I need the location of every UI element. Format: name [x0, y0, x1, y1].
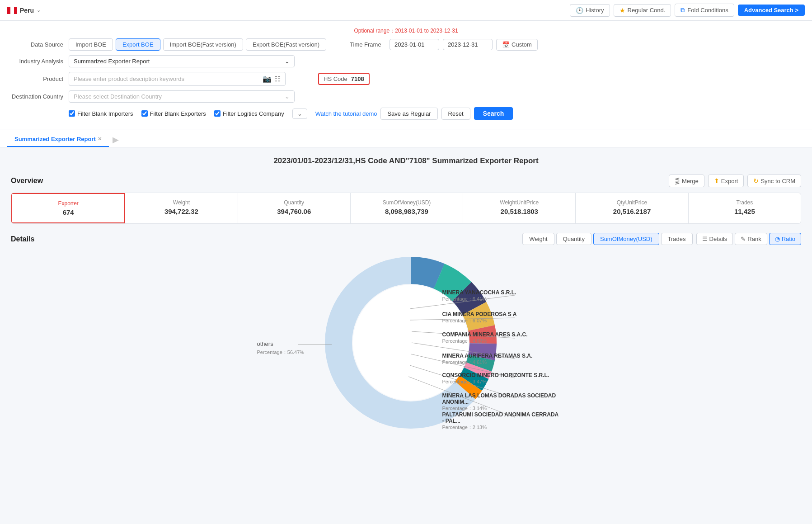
tabs-bar: Summarized Exporter Report ✕ ▶: [0, 129, 812, 147]
legend-label-4: MINERA AURIFERA RETAMAS S.A.: [442, 353, 560, 359]
rank-view-button[interactable]: ✎ Rank: [735, 233, 767, 245]
stat-sumofmoney-value: 8,098,983,739: [356, 208, 457, 215]
legend-label-6: MINERA LAS LOMAS DORADAS SOCIEDAD ANONIM…: [442, 392, 560, 405]
search-button[interactable]: Search: [474, 107, 513, 120]
hscode-label: HS Code: [324, 76, 347, 82]
filter-expand-button[interactable]: ⌄: [292, 109, 307, 119]
tab-quantity[interactable]: Quantity: [556, 233, 591, 245]
export-icon: ⬆: [714, 177, 719, 184]
rank-icon: ✎: [741, 236, 746, 242]
top-bar: Peru ⌄ 🕑 History ★ Regular Cond. ⧉ Fold …: [0, 0, 812, 21]
report-title: 2023/01/01-2023/12/31,HS Code AND"7108" …: [11, 156, 801, 165]
legend-pct-6: Percentage：3.14%: [442, 405, 560, 412]
legend-pct-1: Percentage：6.41%: [442, 296, 560, 302]
tab-summarized-exporter-report[interactable]: Summarized Exporter Report ✕: [7, 132, 109, 147]
svg-rect-1: [10, 7, 14, 14]
details-title: Details: [11, 235, 34, 243]
date-end-input[interactable]: [443, 39, 493, 50]
ds-import-boe-fast[interactable]: Import BOE(Fast version): [163, 38, 243, 51]
filter-logistics[interactable]: Filter Logitics Company: [214, 110, 284, 117]
top-bar-actions: 🕑 History ★ Regular Cond. ⧉ Fold Conditi…: [570, 4, 805, 17]
product-placeholder: Please enter product description keyword…: [74, 76, 184, 82]
details-tabs: Weight Quantity SumOfMoney(USD) Trades: [522, 233, 692, 245]
legend-item-5: CONSORCIO MINERO HORIZONTE S.R.L. Percen…: [442, 372, 560, 385]
country-selector[interactable]: Peru ⌄: [7, 7, 41, 14]
regular-cond-button[interactable]: ★ Regular Cond.: [614, 4, 671, 17]
others-label: others: [257, 340, 273, 347]
custom-button[interactable]: 📅 Custom: [496, 39, 538, 51]
tab-close-icon[interactable]: ✕: [98, 136, 102, 142]
merge-button[interactable]: ⋚ Merge: [669, 175, 704, 187]
export-button[interactable]: ⬆ Export: [708, 175, 744, 187]
ds-export-boe[interactable]: Export BOE: [116, 38, 160, 51]
stat-quantity-label: Quantity: [244, 199, 345, 206]
hscode-value: 7108: [351, 76, 364, 82]
datasource-buttons: Import BOE Export BOE Import BOE(Fast ve…: [69, 38, 326, 51]
history-button[interactable]: 🕑 History: [570, 4, 610, 17]
stat-exporter-label: Exporter: [18, 200, 119, 207]
search-panel: Optional range：2013-01-01 to 2023-12-31 …: [0, 21, 812, 129]
stat-trades-label: Trades: [694, 199, 795, 206]
star-icon: ★: [620, 7, 625, 14]
stat-weight-label: Weight: [131, 199, 232, 206]
overview-title: Overview: [11, 177, 43, 185]
data-source-label: Data Source: [9, 41, 63, 48]
date-start-input[interactable]: [390, 39, 439, 50]
legend-item-7: PALTARUMI SOCIEDAD ANONIMA CERRADA - PAL…: [442, 411, 560, 431]
tab-trades[interactable]: Trades: [661, 233, 693, 245]
calendar-icon: 📅: [502, 41, 510, 48]
filter-blank-importers[interactable]: Filter Blank Importers: [69, 110, 133, 117]
chevron-down-icon[interactable]: ⌄: [37, 7, 41, 13]
tab-weight[interactable]: Weight: [522, 233, 554, 245]
legend-label-5: CONSORCIO MINERO HORIZONTE S.R.L.: [442, 372, 560, 378]
stat-weightunitprice-label: WeightUnitPrice: [469, 199, 570, 206]
main-content: 2023/01/01-2023/12/31,HS Code AND"7108" …: [0, 147, 812, 442]
legend-pct-3: Percentage：4.63%: [442, 338, 560, 345]
svg-rect-2: [14, 7, 17, 14]
optional-range: Optional range：2013-01-01 to 2023-12-31: [9, 27, 803, 35]
chevron-down-icon: ⌄: [285, 93, 290, 100]
destination-country-select[interactable]: Please select Destination Country ⌄: [69, 90, 295, 103]
save-regular-button[interactable]: Save as Regular: [380, 108, 437, 120]
chevron-down-icon: ⌄: [285, 58, 290, 65]
merge-icon: ⋚: [675, 177, 680, 184]
country-name: Peru: [20, 7, 34, 14]
advanced-search-button[interactable]: Advanced Search >: [738, 5, 805, 16]
history-icon: 🕑: [576, 7, 583, 14]
product-icons: 📷 ☷: [263, 75, 281, 83]
product-input-field[interactable]: Please enter product description keyword…: [69, 72, 286, 86]
legend-label-7: PALTARUMI SOCIEDAD ANONIMA CERRADA - PAL…: [442, 411, 560, 424]
chart-container: others Percentage：56.47% MINERA YANA: [11, 252, 801, 433]
barcode-icon[interactable]: ☷: [274, 75, 281, 83]
destination-country-row: Destination Country Please select Destin…: [9, 90, 803, 103]
tab-sumofmoney[interactable]: SumOfMoney(USD): [593, 233, 659, 245]
watch-tutorial-link[interactable]: Watch the tutorial demo: [315, 110, 377, 117]
donut-chart: others Percentage：56.47% MINERA YANA: [253, 257, 560, 429]
reset-button[interactable]: Reset: [441, 108, 470, 120]
ratio-view-button[interactable]: ◔ Ratio: [769, 233, 801, 245]
timeframe-label: Time Frame: [350, 41, 386, 48]
stats-row: Exporter 674 Weight 394,722.32 Quantity …: [11, 193, 801, 224]
data-source-row: Data Source Import BOE Export BOE Import…: [9, 38, 803, 51]
sync-icon: ↻: [753, 177, 759, 184]
ratio-icon: ◔: [775, 236, 780, 242]
peru-flag: [7, 7, 17, 14]
destination-country-label: Destination Country: [9, 93, 63, 100]
stat-weight: Weight 394,722.32: [125, 193, 238, 223]
details-icon: ☰: [702, 236, 708, 242]
filter-blank-exporters[interactable]: Filter Blank Exporters: [141, 110, 206, 117]
hscode-group: HS Code 7108: [318, 73, 370, 85]
timeframe-group: Time Frame 📅 Custom: [350, 39, 538, 51]
fold-conditions-button[interactable]: ⧉ Fold Conditions: [675, 4, 734, 17]
sync-crm-button[interactable]: ↻ Sync to CRM: [747, 175, 801, 187]
legend-item-6: MINERA LAS LOMAS DORADAS SOCIEDAD ANONIM…: [442, 392, 560, 412]
legend-label-1: MINERA YANACOCHA S.R.L.: [442, 289, 560, 296]
details-view-button[interactable]: ☰ Details: [696, 233, 733, 245]
image-search-icon[interactable]: 📷: [263, 75, 272, 83]
ds-import-boe[interactable]: Import BOE: [69, 38, 113, 51]
legend-label-3: COMPANIA MINERA ARES S.A.C.: [442, 331, 560, 338]
overview-actions: ⋚ Merge ⬆ Export ↻ Sync to CRM: [669, 175, 801, 187]
industry-analysis-select[interactable]: Summarized Exporter Report ⌄: [69, 55, 295, 67]
view-buttons: ☰ Details ✎ Rank ◔ Ratio: [696, 233, 801, 245]
ds-export-boe-fast[interactable]: Export BOE(Fast version): [246, 38, 326, 51]
